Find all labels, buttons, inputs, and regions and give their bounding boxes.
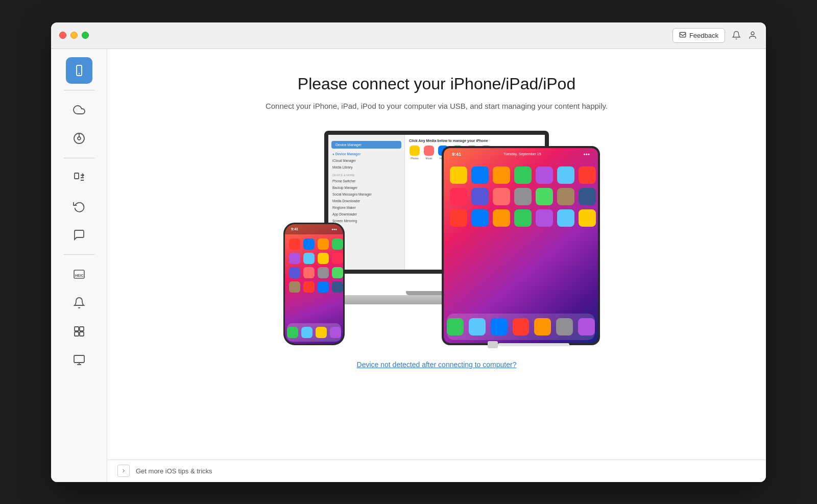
sidebar-item-music[interactable]	[66, 125, 92, 152]
titlebar: Feedback	[51, 22, 766, 49]
footer-tips-link[interactable]: Get more iOS tips & tricks	[136, 467, 212, 475]
svg-point-5	[78, 137, 81, 140]
svg-rect-12	[75, 332, 79, 336]
traffic-lights	[59, 32, 89, 39]
page-title: Please connect your iPhone/iPad/iPod	[298, 75, 575, 93]
main-content: Please connect your iPhone/iPad/iPod Con…	[107, 49, 766, 482]
sidebar-item-appstore[interactable]	[66, 318, 92, 345]
sidebar-item-cloud[interactable]	[66, 97, 92, 123]
app-window: Feedback	[51, 22, 766, 482]
app-body: HEIC	[51, 49, 766, 482]
user-icon[interactable]	[748, 30, 758, 40]
feedback-button[interactable]: Feedback	[672, 28, 725, 43]
ipad-device: 9:41 Tuesday, September 15 ●●●	[442, 146, 600, 345]
sidebar-item-heic[interactable]: HEIC	[66, 261, 92, 287]
main-inner: Please connect your iPhone/iPad/iPod Con…	[107, 49, 766, 460]
sidebar-item-backup[interactable]	[66, 193, 92, 220]
device-help-link[interactable]: Device not detected after connecting to …	[357, 361, 517, 369]
mail-icon	[679, 31, 686, 40]
svg-point-1	[751, 32, 754, 35]
iphone-device: 9:41 ●●●	[283, 223, 345, 345]
page-subtitle: Connect your iPhone, iPad, iPod to your …	[266, 102, 608, 110]
sidebar-item-messages[interactable]	[66, 222, 92, 248]
svg-rect-14	[74, 355, 84, 363]
footer-bar: Get more iOS tips & tricks	[107, 460, 766, 482]
sidebar-item-transfer[interactable]	[66, 164, 92, 191]
sidebar-item-device[interactable]	[66, 57, 92, 84]
sidebar-item-notification[interactable]	[66, 290, 92, 316]
titlebar-right: Feedback	[672, 28, 758, 43]
maximize-button[interactable]	[82, 32, 89, 39]
sidebar-item-screen[interactable]	[66, 347, 92, 373]
sidebar-divider-2	[64, 158, 94, 158]
sidebar-divider-3	[64, 254, 94, 255]
sidebar-divider-1	[64, 90, 94, 90]
minimize-button[interactable]	[70, 32, 78, 39]
svg-rect-11	[80, 327, 84, 331]
close-button[interactable]	[59, 32, 66, 39]
usb-cable	[488, 335, 569, 350]
svg-rect-13	[80, 332, 84, 336]
feedback-label: Feedback	[689, 32, 718, 39]
svg-text:HEIC: HEIC	[75, 274, 84, 277]
bell-icon[interactable]	[731, 30, 741, 40]
svg-rect-7	[75, 173, 79, 179]
devices-illustration: Device Manager ● Device Manager iCloud M…	[273, 131, 600, 345]
svg-rect-10	[75, 327, 79, 331]
expand-button[interactable]	[117, 465, 130, 477]
sidebar: HEIC	[51, 49, 107, 482]
svg-rect-0	[680, 32, 686, 37]
